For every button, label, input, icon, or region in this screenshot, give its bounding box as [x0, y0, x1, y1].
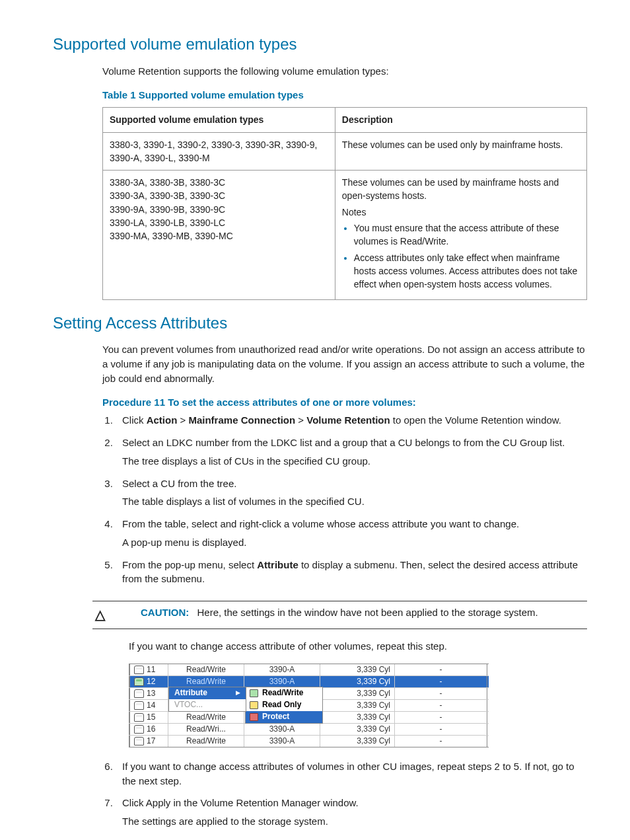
- setting-intro: You can prevent volumes from unauthorize…: [102, 342, 587, 385]
- table-row: 3380-3A, 3380-3B, 3380-3C 3390-3A, 3390-…: [103, 171, 587, 299]
- submenu-protect[interactable]: Protect: [246, 711, 322, 723]
- menu-item-attribute[interactable]: Attribute ▶: [169, 687, 246, 699]
- note-item: Access attributes only take effect when …: [354, 251, 580, 291]
- step-5: From the pop-up menu, select Attribute t…: [116, 558, 587, 595]
- caution-label: CAUTION:: [141, 607, 189, 618]
- table-supported-types: Supported volume emulation types Descrip…: [102, 107, 587, 299]
- menu-item-vtoc[interactable]: VTOC...: [169, 699, 246, 711]
- procedure-steps-continued: If you want to change access attributes …: [102, 759, 587, 837]
- after-caution-text: If you want to change access attribute o…: [129, 639, 587, 654]
- th-types: Supported volume emulation types: [103, 108, 335, 132]
- submenu-read-write[interactable]: Read/Write: [246, 687, 322, 699]
- caution-box: △ CAUTION: Here, the settings in the win…: [92, 601, 587, 629]
- disk-icon: [134, 713, 144, 722]
- screenshot-volume-table: 11 Read/Write 3390-A 3,339 Cyl - 12 Read…: [129, 664, 489, 747]
- caution-text: Here, the settings in the window have no…: [197, 607, 538, 618]
- submenu-read-only[interactable]: Read Only: [246, 699, 322, 711]
- disk-icon: [134, 666, 144, 674]
- table-row[interactable]: 17 Read/Write 3390-A 3,339 Cyl -: [129, 735, 489, 747]
- disk-icon: [134, 737, 144, 745]
- disk-icon: [134, 725, 144, 734]
- step-4: From the table, select and right-click a…: [116, 517, 587, 558]
- heading-setting-attributes: Setting Access Attributes: [53, 312, 587, 335]
- table-row-selected[interactable]: 12 Read/Write 3390-A 3,339 Cyl - Attribu…: [129, 675, 489, 687]
- heading-supported-types: Supported volume emulation types: [53, 33, 587, 56]
- readwrite-icon: [250, 689, 258, 697]
- step-3: Select a CU from the tree. The table dis…: [116, 477, 587, 517]
- cell-desc: These volumes can be used only by mainfr…: [335, 132, 586, 171]
- cell-types: 3380-3, 3390-1, 3390-2, 3390-3, 3390-3R,…: [103, 132, 335, 171]
- disk-icon: [134, 701, 144, 710]
- procedure-steps: Click Action > Mainframe Connection > Vo…: [102, 413, 587, 594]
- intro-paragraph: Volume Retention supports the following …: [102, 64, 587, 79]
- caution-icon: △: [95, 605, 105, 625]
- procedure-label: Procedure 11 To set the access attribute…: [102, 395, 587, 410]
- step-7: Click Apply in the Volume Retention Mana…: [116, 796, 587, 837]
- step-6: If you want to change access attributes …: [116, 759, 587, 796]
- table-row[interactable]: 16 Read/Wri... 3390-A 3,339 Cyl -: [129, 723, 489, 735]
- table-row[interactable]: 11 Read/Write 3390-A 3,339 Cyl -: [129, 664, 489, 675]
- chevron-right-icon: ▶: [236, 689, 240, 697]
- disk-icon: [134, 689, 144, 698]
- cell-desc: These volumes can be used by mainframe h…: [335, 171, 586, 299]
- note-item: You must ensure that the access attribut…: [354, 221, 580, 248]
- table1-caption: Table 1 Supported volume emulation types: [102, 88, 587, 102]
- context-menu: Attribute ▶ VTOC...: [168, 687, 246, 712]
- step-2: Select an LDKC number from the LDKC list…: [116, 436, 587, 477]
- protect-icon: [250, 713, 258, 721]
- cell-types: 3380-3A, 3380-3B, 3380-3C 3390-3A, 3390-…: [103, 171, 335, 299]
- attribute-submenu: Read/Write Read Only Protect: [245, 687, 323, 724]
- th-description: Description: [335, 108, 586, 132]
- table-row: 3380-3, 3390-1, 3390-2, 3390-3, 3390-3R,…: [103, 132, 587, 171]
- disk-icon: [134, 677, 144, 686]
- step-1: Click Action > Mainframe Connection > Vo…: [116, 413, 587, 436]
- readonly-icon: [250, 701, 258, 709]
